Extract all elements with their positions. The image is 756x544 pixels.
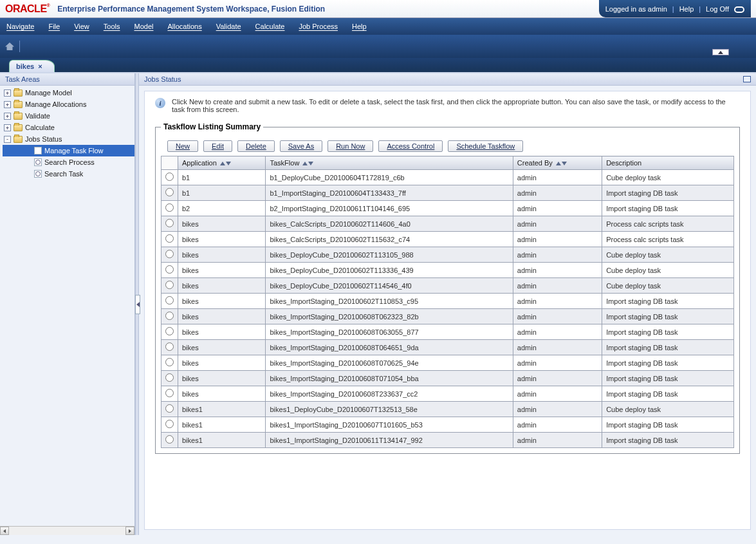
tool-strip: [0, 35, 756, 58]
row-select-radio[interactable]: [165, 296, 174, 305]
menu-allocations[interactable]: Allocations: [167, 23, 201, 30]
table-row[interactable]: bikesbikes_ImportStaging_D20100608T06232…: [161, 309, 734, 324]
tree-node-search-process[interactable]: Search Process: [3, 156, 134, 168]
menu-model[interactable]: Model: [134, 23, 154, 30]
table-row[interactable]: bikesbikes_DeployCube_D20100602T113336_4…: [161, 263, 734, 278]
cell-by: admin: [513, 170, 602, 185]
edit-button[interactable]: Edit: [203, 140, 232, 152]
table-row[interactable]: bikesbikes_DeployCube_D20100602T114546_4…: [161, 278, 734, 294]
home-icon[interactable]: [5, 42, 14, 50]
logoff-link[interactable]: Log Off: [706, 5, 729, 13]
row-select-radio[interactable]: [165, 265, 174, 274]
table-row[interactable]: bikes1bikes1_ImportStaging_D20100611T134…: [161, 433, 734, 448]
table-row[interactable]: b2b2_ImportStaging_D20100611T104146_695a…: [161, 201, 734, 216]
row-select-radio[interactable]: [165, 203, 174, 212]
sort-icon[interactable]: [220, 162, 231, 165]
expand-icon[interactable]: +: [4, 124, 11, 131]
row-select-radio[interactable]: [165, 219, 174, 227]
tree-node-manage-allocations[interactable]: +Manage Allocations: [3, 98, 134, 110]
row-select-radio[interactable]: [165, 435, 174, 444]
row-select-radio[interactable]: [165, 358, 174, 366]
menu-validate[interactable]: Validate: [216, 23, 241, 30]
row-select-radio[interactable]: [165, 250, 174, 258]
info-text: Click New to create and submit a new tas…: [172, 98, 740, 113]
table-row[interactable]: bikesbikes_ImportStaging_D20100602T11085…: [161, 294, 734, 309]
sort-icon[interactable]: [556, 162, 567, 165]
tree-node-calculate[interactable]: +Calculate: [3, 122, 134, 133]
table-row[interactable]: bikesbikes_ImportStaging_D20100608T06465…: [161, 340, 734, 355]
row-select-radio[interactable]: [165, 281, 174, 289]
menu-job-process[interactable]: Job Process: [299, 23, 338, 30]
cell-app: bikes: [178, 371, 266, 386]
col-createdby[interactable]: Created By: [513, 156, 602, 170]
menu-file[interactable]: File: [48, 23, 60, 30]
tree-node-search-task[interactable]: Search Task: [3, 168, 134, 180]
scroll-track[interactable]: [9, 527, 125, 535]
cell-app: bikes: [178, 309, 266, 324]
cell-app: bikes: [178, 247, 266, 263]
table-row[interactable]: bikesbikes_CalcScripts_D20100602T115632_…: [161, 232, 734, 247]
row-select-radio[interactable]: [165, 234, 174, 243]
tree-node-manage-model[interactable]: +Manage Model: [3, 87, 134, 98]
document-tab-bikes[interactable]: bikes ×: [9, 60, 55, 72]
table-row[interactable]: bikesbikes_ImportStaging_D20100608T07105…: [161, 371, 734, 386]
row-select-radio[interactable]: [165, 404, 174, 413]
tree-node-label: Search Task: [44, 170, 83, 178]
tree-node-jobs-status[interactable]: -Jobs Status: [3, 133, 134, 145]
expand-icon[interactable]: +: [4, 89, 11, 97]
save-as-button[interactable]: Save As: [280, 140, 322, 152]
new-button[interactable]: New: [167, 140, 198, 152]
table-row[interactable]: bikes1bikes1_ImportStaging_D20100607T101…: [161, 417, 734, 433]
menu-calculate[interactable]: Calculate: [255, 23, 285, 30]
content-area: Jobs Status i Click New to create and su…: [139, 73, 756, 535]
menu-help[interactable]: Help: [352, 23, 367, 30]
tree-node-label: Manage Model: [25, 89, 72, 97]
help-link[interactable]: Help: [679, 5, 694, 13]
row-select-radio[interactable]: [165, 389, 174, 397]
col-taskflow[interactable]: TaskFlow: [266, 156, 513, 170]
collapse-icon[interactable]: -: [4, 136, 11, 143]
tree-node-manage-task-flow[interactable]: Manage Task Flow: [3, 145, 134, 156]
close-icon[interactable]: ×: [38, 62, 42, 70]
table-row[interactable]: bikesbikes_ImportStaging_D20100608T07062…: [161, 355, 734, 371]
menu-view[interactable]: View: [74, 23, 89, 30]
search-icon: [34, 170, 42, 178]
sidebar-scrollbar[interactable]: [0, 526, 134, 535]
menu-navigate[interactable]: Navigate: [6, 23, 34, 30]
splitter-grip-icon[interactable]: [135, 295, 140, 314]
expand-icon[interactable]: +: [4, 101, 11, 108]
table-row[interactable]: b1b1_ImportStaging_D20100604T133433_7ffa…: [161, 185, 734, 201]
logoff-icon[interactable]: [734, 6, 744, 13]
row-select-radio[interactable]: [165, 173, 174, 181]
row-select-radio[interactable]: [165, 327, 174, 335]
table-row[interactable]: bikesbikes_ImportStaging_D20100608T23363…: [161, 386, 734, 402]
collapse-handle-icon[interactable]: [712, 49, 729, 55]
col-application[interactable]: Application: [178, 156, 266, 170]
table-row[interactable]: b1b1_DeployCube_D20100604T172819_c6badmi…: [161, 170, 734, 185]
row-select-radio[interactable]: [165, 420, 174, 428]
row-select-radio[interactable]: [165, 342, 174, 351]
table-row[interactable]: bikesbikes_ImportStaging_D20100608T06305…: [161, 324, 734, 340]
menu-tools[interactable]: Tools: [104, 23, 120, 30]
cell-app: bikes1: [178, 402, 266, 417]
splitter[interactable]: [135, 73, 139, 535]
access-control-button[interactable]: Access Control: [378, 140, 443, 152]
row-select-radio[interactable]: [165, 188, 174, 196]
scroll-right-icon[interactable]: [125, 527, 134, 535]
table-row[interactable]: bikesbikes_DeployCube_D20100602T113105_9…: [161, 247, 734, 263]
row-select-radio[interactable]: [165, 312, 174, 320]
row-select-radio[interactable]: [165, 373, 174, 382]
run-now-button[interactable]: Run Now: [327, 140, 373, 152]
tree-node-validate[interactable]: +Validate: [3, 110, 134, 122]
table-row[interactable]: bikes1bikes1_DeployCube_D20100607T132513…: [161, 402, 734, 417]
oracle-logo: ORACLE®: [5, 3, 50, 15]
schedule-taskflow-button[interactable]: Schedule Taskflow: [448, 140, 523, 152]
expand-icon[interactable]: +: [4, 113, 11, 120]
table-row[interactable]: bikesbikes_CalcScripts_D20100602T114606_…: [161, 216, 734, 232]
tree-node-label: Manage Allocations: [25, 100, 86, 108]
delete-button[interactable]: Delete: [237, 140, 275, 152]
maximize-icon[interactable]: [743, 76, 751, 82]
taskflow-table: Application TaskFlow Created By Descript…: [161, 156, 734, 448]
scroll-left-icon[interactable]: [0, 527, 9, 535]
sort-icon[interactable]: [302, 162, 313, 165]
